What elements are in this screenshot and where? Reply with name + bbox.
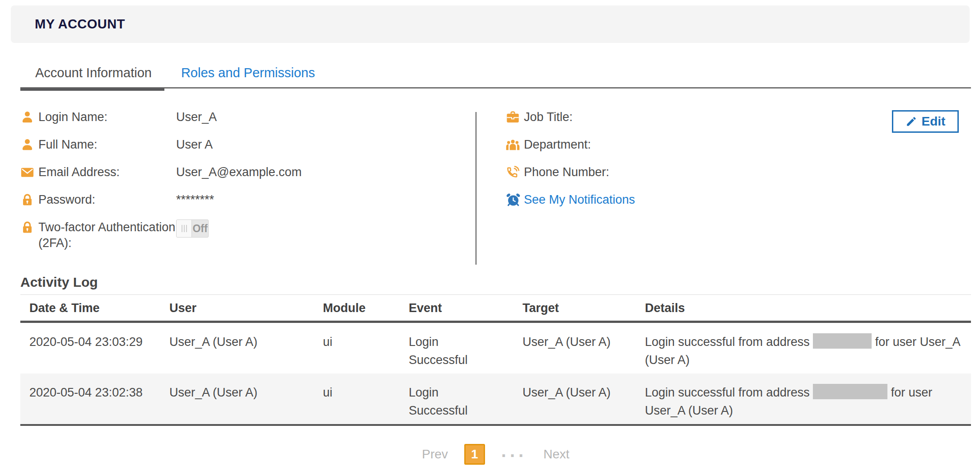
- two-factor-field: Two-factor Authentication (2FA): Off: [20, 219, 971, 251]
- table-row: 2020-05-04 23:03:29 User_A (User A) ui L…: [20, 323, 971, 373]
- job-title-label: Job Title:: [524, 109, 635, 125]
- page-title: MY ACCOUNT: [35, 17, 125, 32]
- target-cell: User_A (User A): [523, 373, 645, 424]
- activity-log-table: Date & Time User Module Event Target Det…: [20, 294, 971, 426]
- edit-button[interactable]: Edit: [892, 110, 959, 133]
- activity-log-title: Activity Log: [20, 275, 980, 290]
- column-header-details: Details: [645, 295, 971, 321]
- prev-page-button[interactable]: Prev: [422, 447, 448, 462]
- user-cell: User_A (User A): [169, 373, 323, 424]
- account-info-right-column: Job Title: Department: Phone Number: See…: [506, 109, 635, 208]
- pencil-icon: [905, 116, 917, 127]
- tab-bar: Account Information Roles and Permission…: [20, 58, 971, 89]
- table-row: 2020-05-04 23:02:38 User_A (User A) ui L…: [20, 373, 971, 424]
- activity-log-header-row: Date & Time User Module Event Target Det…: [20, 294, 971, 323]
- next-page-button[interactable]: Next: [543, 447, 569, 462]
- user-icon: [20, 110, 34, 124]
- tab-account-information[interactable]: Account Information: [35, 65, 152, 80]
- phone-number-field: Phone Number:: [506, 164, 635, 180]
- my-account-page: MY ACCOUNT Account Information Roles and…: [0, 0, 980, 476]
- email-field: Email Address: User_A@example.com: [20, 164, 971, 180]
- user-icon: [20, 138, 34, 152]
- module-cell: ui: [323, 323, 409, 373]
- password-field: Password: ********: [20, 192, 971, 208]
- job-title-field: Job Title:: [506, 109, 635, 125]
- lock-icon: [20, 193, 34, 207]
- email-label: Email Address:: [38, 164, 176, 180]
- login-name-label: Login Name:: [38, 109, 176, 125]
- details-text-before: Login successful from address: [645, 386, 810, 399]
- two-factor-value: Off: [176, 219, 971, 238]
- two-factor-label: Two-factor Authentication (2FA):: [38, 219, 176, 251]
- event-cell: Login Successful: [409, 323, 523, 373]
- full-name-field: Full Name: User A: [20, 137, 971, 153]
- datetime-cell: 2020-05-04 23:03:29: [20, 323, 169, 373]
- password-label: Password:: [38, 192, 176, 208]
- page-header: MY ACCOUNT: [11, 5, 970, 43]
- column-header-target: Target: [523, 295, 645, 321]
- tab-roles-and-permissions[interactable]: Roles and Permissions: [181, 65, 315, 80]
- department-icon: [506, 138, 520, 152]
- details-text-before: Login successful from address: [645, 335, 810, 349]
- column-header-user: User: [169, 295, 323, 321]
- account-info-left-column: Login Name: User_A Full Name: User A Ema…: [20, 109, 971, 251]
- toggle-state-label: Off: [192, 220, 208, 237]
- phone-icon: [506, 165, 520, 179]
- full-name-label: Full Name:: [38, 137, 176, 153]
- see-my-notifications-label: See My Notifications: [524, 192, 635, 208]
- target-cell: User_A (User A): [523, 323, 645, 373]
- redacted-ip-address: [813, 333, 872, 349]
- two-factor-toggle[interactable]: Off: [176, 219, 209, 238]
- briefcase-icon: [506, 110, 520, 124]
- column-header-module: Module: [323, 295, 409, 321]
- see-my-notifications-link[interactable]: See My Notifications: [506, 192, 635, 208]
- module-cell: ui: [323, 373, 409, 424]
- department-label: Department:: [524, 137, 635, 153]
- alarm-clock-icon: [506, 192, 521, 208]
- department-field: Department:: [506, 137, 635, 153]
- column-header-event: Event: [409, 295, 523, 321]
- column-divider: [476, 112, 476, 265]
- pagination: Prev 1 ... Next: [20, 444, 971, 465]
- user-cell: User_A (User A): [169, 323, 323, 373]
- event-cell: Login Successful: [409, 373, 523, 424]
- envelope-icon: [20, 165, 34, 179]
- page-1-button[interactable]: 1: [464, 444, 485, 465]
- lock-icon: [20, 220, 34, 234]
- details-cell: Login successful from address for user U…: [645, 373, 971, 424]
- phone-number-label: Phone Number:: [524, 164, 635, 180]
- activity-log-body: 2020-05-04 23:03:29 User_A (User A) ui L…: [20, 323, 971, 426]
- redacted-ip-address: [813, 384, 887, 399]
- toggle-knob-icon: [177, 220, 192, 237]
- datetime-cell: 2020-05-04 23:02:38: [20, 373, 169, 424]
- account-info-section: Login Name: User_A Full Name: User A Ema…: [20, 109, 971, 258]
- edit-button-label: Edit: [922, 114, 946, 129]
- details-cell: Login successful from address for user U…: [645, 323, 971, 373]
- pagination-ellipsis[interactable]: ...: [501, 446, 527, 455]
- column-header-datetime: Date & Time: [20, 295, 169, 321]
- login-name-field: Login Name: User_A: [20, 109, 971, 125]
